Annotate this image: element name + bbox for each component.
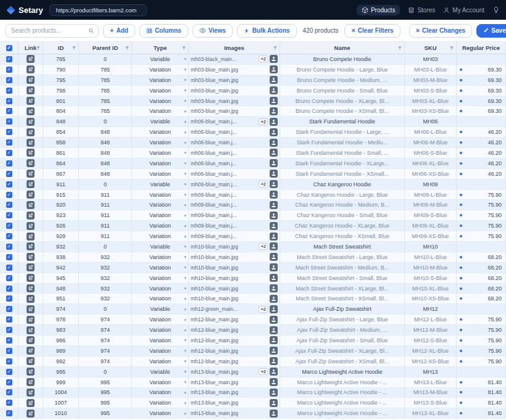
upload-image-button[interactable] xyxy=(270,263,278,271)
cell-name[interactable]: Ajax Full-Zip Sweatshirt xyxy=(280,304,405,315)
cell-sku[interactable]: MH06-M-Blue xyxy=(405,138,457,148)
cell-type[interactable]: Variation▾ xyxy=(132,221,189,231)
cell-name[interactable]: Stark Fundamental Hoodie - Mediu... xyxy=(280,138,405,148)
cell-sku[interactable]: MH13-L-Blue xyxy=(405,377,457,388)
cell-name[interactable]: Ajax Full-Zip Sweatshirt - Small, Blue xyxy=(280,336,405,346)
cell-name[interactable]: Chaz Kangeroo Hoodie - Medium, B... xyxy=(280,200,405,210)
upload-image-button[interactable] xyxy=(270,191,278,199)
nav-products[interactable]: Products xyxy=(357,5,400,15)
open-product-link-button[interactable] xyxy=(27,284,35,292)
upload-image-button[interactable] xyxy=(270,336,278,344)
cell-regular-price[interactable] xyxy=(457,304,506,315)
upload-image-button[interactable] xyxy=(270,242,278,250)
open-product-link-button[interactable] xyxy=(27,222,35,230)
upload-image-button[interactable] xyxy=(270,357,278,365)
store-url-bar[interactable]: https://productfilters.barn2.com xyxy=(49,4,147,16)
cell-images[interactable]: mh10-blue_main.jpg+2 xyxy=(189,242,280,252)
cell-type[interactable]: Variation▾ xyxy=(132,65,189,75)
cell-regular-price[interactable]: 69.30 xyxy=(457,65,506,75)
row-checkbox[interactable] xyxy=(6,369,12,375)
open-product-link-button[interactable] xyxy=(27,347,35,355)
upload-image-button[interactable] xyxy=(270,233,278,241)
cell-type[interactable]: Variation▾ xyxy=(132,408,189,419)
save-changes-button[interactable]: ✓ Save Changes xyxy=(476,24,506,38)
cell-name[interactable]: Marco Lightweight Active Hoodie - ... xyxy=(280,408,405,419)
cell-regular-price[interactable]: 75.90 xyxy=(457,200,506,210)
open-product-link-button[interactable] xyxy=(27,212,35,220)
cell-images[interactable]: mh12-blue_main.jpg xyxy=(189,346,280,356)
open-product-link-button[interactable] xyxy=(27,55,35,63)
open-product-link-button[interactable] xyxy=(27,86,35,94)
upload-image-button[interactable] xyxy=(270,118,278,126)
cell-type[interactable]: Variation▾ xyxy=(132,252,189,263)
open-product-link-button[interactable] xyxy=(27,170,35,178)
tips-button[interactable] xyxy=(492,6,500,14)
cell-sku[interactable]: MH10-XL-Blue xyxy=(405,284,457,294)
cell-type[interactable]: Variation▾ xyxy=(132,148,189,159)
cell-type[interactable]: Variation▾ xyxy=(132,398,189,408)
cell-sku[interactable]: MH06-XS-Blue xyxy=(405,169,457,179)
filter-icon[interactable] xyxy=(36,46,41,51)
upload-image-button[interactable] xyxy=(270,326,278,334)
cell-name[interactable]: Bruno Compete Hoodie - XLarge, Bl... xyxy=(280,96,405,107)
cell-regular-price[interactable]: 46.20 xyxy=(457,169,506,179)
cell-images[interactable]: mh03-blue_main.jpg xyxy=(189,96,280,107)
cell-regular-price[interactable]: 75.90 xyxy=(457,325,506,336)
upload-image-button[interactable] xyxy=(270,65,278,73)
cell-type[interactable]: Variation▾ xyxy=(132,190,189,200)
upload-image-button[interactable] xyxy=(270,368,278,376)
row-checkbox[interactable] xyxy=(6,77,12,83)
brand[interactable]: Setary xyxy=(6,6,43,15)
cell-regular-price[interactable]: 69.30 xyxy=(457,106,506,117)
cell-sku[interactable]: MH10-M-Blue xyxy=(405,263,457,273)
cell-sku[interactable]: MH06 xyxy=(405,117,457,127)
row-checkbox[interactable] xyxy=(6,98,12,104)
clear-changes-button[interactable]: × Clear Changes xyxy=(409,24,472,38)
cell-type[interactable]: Variable▾ xyxy=(132,242,189,252)
upload-image-button[interactable] xyxy=(270,107,278,115)
upload-image-button[interactable] xyxy=(270,76,278,84)
row-checkbox[interactable] xyxy=(6,160,12,167)
row-checkbox[interactable] xyxy=(6,244,12,250)
cell-name[interactable]: Stark Fundamental Hoodie - Large, ... xyxy=(280,127,405,138)
header-link[interactable]: Link xyxy=(19,42,43,54)
cell-type[interactable]: Variation▾ xyxy=(132,127,189,138)
cell-sku[interactable]: MH12-M-Blue xyxy=(405,325,457,336)
cell-images[interactable]: mh12-blue_main.jpg xyxy=(189,315,280,325)
row-checkbox[interactable] xyxy=(6,379,12,385)
row-checkbox[interactable] xyxy=(6,275,12,281)
cell-sku[interactable]: MH03-L-Blue xyxy=(405,65,457,75)
row-checkbox[interactable] xyxy=(6,358,12,364)
row-checkbox[interactable] xyxy=(6,118,12,125)
cell-sku[interactable]: MH12-XS-Blue xyxy=(405,356,457,367)
cell-regular-price[interactable]: 68.20 xyxy=(457,273,506,284)
cell-name[interactable]: Mach Street Sweatshirt - Small, Blue xyxy=(280,273,405,284)
filter-icon[interactable] xyxy=(181,46,186,51)
cell-type[interactable]: Variation▾ xyxy=(132,169,189,179)
cell-type[interactable]: Variable▾ xyxy=(132,367,189,377)
upload-image-button[interactable] xyxy=(270,149,278,157)
cell-name[interactable]: Marco Lightweight Active Hoodie - ... xyxy=(280,377,405,388)
cell-name[interactable]: Stark Fundamental Hoodie - Small, ... xyxy=(280,148,405,159)
open-product-link-button[interactable] xyxy=(27,263,35,271)
search-input[interactable] xyxy=(5,24,99,38)
nav-stores[interactable]: Stores xyxy=(408,7,435,14)
cell-images[interactable]: mh09-blue_main.j... xyxy=(189,190,280,200)
cell-type[interactable]: Variation▾ xyxy=(132,138,189,148)
cell-name[interactable]: Ajax Full-Zip Sweatshirt - XSmall, Bl... xyxy=(280,356,405,367)
cell-images[interactable]: mh13-blue_main.jpg xyxy=(189,388,280,398)
cell-name[interactable]: Marco Lightweight Active Hoodie xyxy=(280,367,405,377)
row-checkbox[interactable] xyxy=(6,306,12,312)
upload-image-button[interactable] xyxy=(270,97,278,105)
cell-images[interactable]: mh03-blue_main.jpg xyxy=(189,86,280,96)
cell-type[interactable]: Variation▾ xyxy=(132,106,189,117)
cell-sku[interactable]: MH12-S-Blue xyxy=(405,336,457,346)
cell-images[interactable]: mh03-black_main...+2 xyxy=(189,54,280,65)
cell-type[interactable]: Variation▾ xyxy=(132,159,189,169)
cell-regular-price[interactable]: 46.20 xyxy=(457,159,506,169)
header-regular-price[interactable]: Regular Price xyxy=(457,42,506,54)
cell-images[interactable]: mh10-blue_main.jpg xyxy=(189,273,280,284)
cell-type[interactable]: Variation▾ xyxy=(132,231,189,242)
cell-images[interactable]: mh06-blue_main.j...+2 xyxy=(189,117,280,127)
cell-images[interactable]: mh09-blue_main.j... xyxy=(189,200,280,210)
